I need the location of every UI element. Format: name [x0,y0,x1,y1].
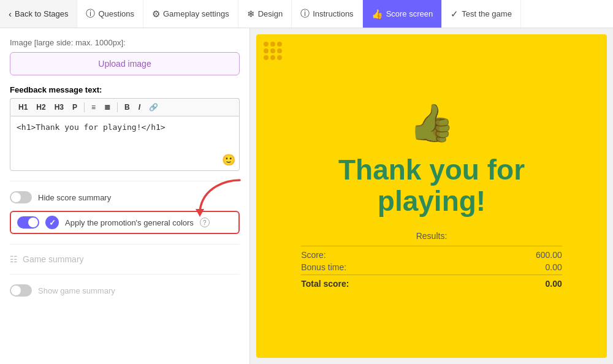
navbar: ‹ Back to Stages ⓘ Questions ⚙ Gameplay … [0,0,613,28]
nav-design-label: Design [258,9,283,18]
svg-marker-0 [196,209,204,217]
image-label: Image [large side: max. 1000px]: [10,38,240,47]
nav-instructions-label: Instructions [313,9,353,18]
gear-icon: ⚙ [152,9,160,20]
hide-score-label: Hide score summary [38,193,111,202]
upload-image-button[interactable]: Upload image [10,52,240,75]
image-constraint: [large side: max. 1000px]: [34,38,126,47]
game-summary-label: Game summary [23,254,84,264]
game-summary-header: ☷ Game summary [10,254,240,264]
main-content: Image [large side: max. 1000px]: Upload … [0,28,613,364]
nav-back-label: Back to Stages [15,9,68,18]
toolbar-separator-2 [117,102,118,112]
link-button[interactable]: 🔗 [146,102,161,113]
hide-score-toggle[interactable] [10,191,32,203]
total-divider [301,275,562,275]
feedback-label: Feedback message text: [10,85,240,94]
bonus-row: Bonus time: 0.00 [301,262,562,272]
apply-colors-info-icon[interactable]: ? [200,218,210,227]
design-icon: ❄ [247,9,255,20]
thumbs-up-icon: 👍 [409,101,455,145]
nav-score[interactable]: 👍 Score screen [363,0,443,28]
toolbar-separator-1 [84,102,85,112]
thumbsup-nav-icon: 👍 [371,9,383,20]
apply-colors-toggle[interactable] [17,216,39,229]
nav-gameplay[interactable]: ⚙ Gameplay settings [143,0,238,28]
results-section: Results: Score: 600.00 Bonus time: 0.00 … [301,231,562,291]
show-summary-row: Show game summary [10,284,240,297]
nav-back[interactable]: ‹ Back to Stages [0,0,77,28]
results-title: Results: [301,231,562,241]
h1-button[interactable]: H1 [15,102,31,113]
show-summary-toggle[interactable] [10,284,32,297]
nav-questions-label: Questions [98,9,134,18]
preview-card: 👍 Thank you for playing! Results: Score:… [256,34,607,358]
feedback-editor[interactable]: <h1>Thank you for playing!</h1> 🙂 [10,116,240,171]
nav-score-label: Score screen [386,9,433,18]
score-value: 600.00 [536,250,562,260]
bonus-label: Bonus time: [301,262,346,272]
italic-button[interactable]: I [135,102,143,113]
editor-toolbar: H1 H2 H3 P ≡ ≣ B I 🔗 [10,98,240,116]
show-summary-label: Show game summary [38,286,115,295]
score-label: Score: [301,250,326,260]
game-summary-section: ☷ Game summary Show game summary [10,254,240,297]
total-label: Total score: [301,279,349,289]
p-button[interactable]: P [69,102,80,113]
score-row: Score: 600.00 [301,250,562,260]
questions-icon: ⓘ [86,8,95,20]
total-value: 0.00 [546,279,562,289]
chevron-left-icon: ‹ [9,9,12,19]
red-arrow-icon [191,177,246,217]
nav-test[interactable]: ✓ Test the game [442,0,521,28]
right-panel: 👍 Thank you for playing! Results: Score:… [250,28,613,364]
thank-you-text: Thank you for playing! [338,154,525,216]
nav-test-label: Test the game [462,9,512,18]
divider-2 [10,244,240,245]
ul-button[interactable]: ≣ [101,102,113,113]
nav-design[interactable]: ❄ Design [238,0,292,28]
check-nav-icon: ✓ [451,9,459,20]
results-divider [301,246,562,246]
apply-colors-label: Apply the promotion's general colors [65,218,194,227]
nav-instructions[interactable]: ⓘ Instructions [292,0,362,28]
bonus-value: 0.00 [546,262,562,272]
editor-content: <h1>Thank you for playing!</h1> [17,123,166,132]
emoji-button[interactable]: 🙂 [222,153,235,167]
grid-dots-icon [264,42,282,60]
total-row: Total score: 0.00 [301,279,562,289]
bold-button[interactable]: B [121,102,133,113]
divider-3 [10,274,240,275]
nav-gameplay-label: Gameplay settings [163,9,229,18]
nav-questions[interactable]: ⓘ Questions [77,0,143,28]
toggle-check-icon [45,216,59,229]
h3-button[interactable]: H3 [51,102,67,113]
h2-button[interactable]: H2 [33,102,48,113]
instructions-icon: ⓘ [300,8,310,20]
ol-button[interactable]: ≡ [88,102,99,113]
summary-list-icon: ☷ [10,254,18,264]
left-panel: Image [large side: max. 1000px]: Upload … [0,28,250,364]
